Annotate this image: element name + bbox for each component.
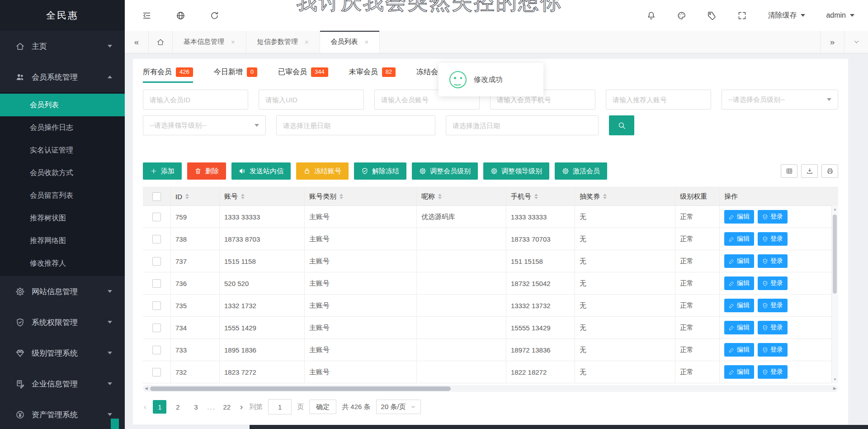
tabs-collapse-button[interactable]: « <box>125 31 149 53</box>
row-checkbox[interactable] <box>152 279 161 288</box>
refresh-icon[interactable] <box>210 11 219 20</box>
uid-input[interactable] <box>259 90 364 110</box>
globe-icon[interactable] <box>176 11 185 20</box>
add-button[interactable]: 添加 <box>143 162 182 180</box>
column-header[interactable]: 呢称 <box>417 187 506 205</box>
row-checkbox[interactable] <box>152 257 161 266</box>
login-row-button[interactable]: 登录 <box>758 365 788 379</box>
scroll-up-icon[interactable]: ▲ <box>832 206 838 212</box>
login-row-button[interactable]: 登录 <box>758 343 788 357</box>
send-message-button[interactable]: 发送站内信 <box>231 162 291 180</box>
member-tab[interactable]: 未审会员82 <box>349 67 396 83</box>
palette-icon[interactable] <box>677 11 686 20</box>
page-number[interactable]: 3 <box>189 400 203 414</box>
sidebar-subitem[interactable]: 会员留言列表 <box>0 184 125 207</box>
row-checkbox[interactable] <box>152 368 161 377</box>
edit-row-button[interactable]: 编辑 <box>724 276 754 290</box>
page-number[interactable]: 1 <box>153 400 166 414</box>
login-row-button[interactable]: 登录 <box>758 276 788 290</box>
column-header[interactable]: 账号类别 <box>305 187 417 205</box>
sidebar-subitem[interactable]: 实名认证管理 <box>0 139 125 162</box>
sidebar-toggle-icon[interactable] <box>142 11 151 20</box>
goto-page-input[interactable] <box>268 399 292 415</box>
login-row-button[interactable]: 登录 <box>758 254 788 268</box>
sidebar-item-site-info[interactable]: 网站信息管理 <box>0 276 125 307</box>
tag-icon[interactable] <box>707 11 717 20</box>
sidebar-item-member-system[interactable]: 会员系统管理 <box>0 62 125 92</box>
row-checkbox[interactable] <box>152 346 161 354</box>
sidebar-item-home[interactable]: 主页 <box>0 31 125 62</box>
row-checkbox[interactable] <box>152 213 161 221</box>
per-page-select[interactable]: 20 条/页 <box>376 400 421 414</box>
sidebar-item-enterprise[interactable]: 企业信息管理 <box>0 368 125 399</box>
clear-cache-dropdown[interactable]: 清除缓存 <box>768 11 805 20</box>
column-header[interactable]: 账号 <box>220 187 305 205</box>
member-tab[interactable]: 今日新增0 <box>214 67 257 83</box>
sidebar-item-level-system[interactable]: 级别管理系统 <box>0 338 125 368</box>
page-number[interactable]: 2 <box>171 400 184 414</box>
next-page-button[interactable]: › <box>239 402 244 412</box>
unfreeze-button[interactable]: 解除冻结 <box>354 162 406 180</box>
sort-icon[interactable] <box>603 194 607 199</box>
edit-row-button[interactable]: 编辑 <box>724 365 754 379</box>
close-icon[interactable]: × <box>231 38 235 46</box>
edit-row-button[interactable]: 编辑 <box>724 210 754 224</box>
columns-button[interactable] <box>781 164 797 178</box>
edit-row-button[interactable]: 编辑 <box>724 299 754 312</box>
vertical-scrollbar-thumb[interactable] <box>833 214 837 294</box>
leader-level-select[interactable]: --请选择领导级别-- <box>143 115 266 135</box>
sidebar-item-permissions[interactable]: 系统权限管理 <box>0 307 125 338</box>
sidebar-subitem[interactable]: 修改推荐人 <box>0 252 125 275</box>
register-date-input[interactable] <box>276 115 435 135</box>
vertical-scrollbar[interactable]: ▲ ▼ <box>831 205 838 383</box>
activate-member-button[interactable]: 激活会员 <box>555 162 607 180</box>
row-checkbox[interactable] <box>152 235 161 243</box>
activate-date-input[interactable] <box>446 115 599 135</box>
edit-row-button[interactable]: 编辑 <box>724 321 754 334</box>
user-dropdown[interactable]: admin <box>826 11 854 19</box>
close-icon[interactable]: × <box>305 38 309 46</box>
login-row-button[interactable]: 登录 <box>758 210 788 224</box>
member-tab[interactable]: 已审会员344 <box>278 67 328 83</box>
sort-icon[interactable] <box>340 194 343 199</box>
print-button[interactable] <box>821 164 838 178</box>
scroll-left-icon[interactable]: ◀ <box>145 385 148 392</box>
tabs-menu-button[interactable] <box>844 31 868 53</box>
bell-icon[interactable] <box>646 11 656 20</box>
horizontal-scrollbar-thumb[interactable] <box>150 386 451 391</box>
sidebar-subitem[interactable]: 推荐网络图 <box>0 229 125 252</box>
tab-item[interactable]: 基本信息管理× <box>173 31 246 53</box>
row-checkbox[interactable] <box>152 301 161 310</box>
edit-row-button[interactable]: 编辑 <box>724 254 754 268</box>
adjust-member-level-button[interactable]: 调整会员级别 <box>412 162 478 180</box>
confirm-button[interactable]: 确定 <box>309 400 336 414</box>
column-header[interactable]: 抽奖券 <box>575 187 675 205</box>
tab-item[interactable]: 会员列表× <box>320 31 380 53</box>
sidebar-subitem[interactable]: 会员收款方式 <box>0 162 125 184</box>
tab-item[interactable]: 短信参数管理× <box>246 31 320 53</box>
member-level-select[interactable]: --请选择会员级别-- <box>722 90 838 110</box>
page-number[interactable]: 22 <box>220 400 234 414</box>
freeze-account-button[interactable]: 冻结账号 <box>296 162 349 180</box>
login-row-button[interactable]: 登录 <box>758 321 788 334</box>
sort-icon[interactable] <box>534 194 538 199</box>
member-tab[interactable]: 所有会员426 <box>143 67 193 83</box>
tabs-forward-button[interactable]: » <box>820 31 844 53</box>
edit-row-button[interactable]: 编辑 <box>724 343 754 357</box>
delete-button[interactable]: 删除 <box>187 162 226 180</box>
login-row-button[interactable]: 登录 <box>758 299 788 312</box>
column-header[interactable]: ID <box>171 187 220 205</box>
home-tab[interactable] <box>149 31 173 53</box>
export-button[interactable] <box>801 164 818 178</box>
referrer-account-input[interactable] <box>606 90 711 110</box>
sidebar-subitem[interactable]: 会员列表 <box>0 94 125 116</box>
edit-row-button[interactable]: 编辑 <box>724 232 754 246</box>
adjust-leader-level-button[interactable]: 调整领导级别 <box>483 162 549 180</box>
sidebar-scrollbar-thumb[interactable] <box>111 419 119 429</box>
search-button[interactable] <box>609 115 634 135</box>
close-icon[interactable]: × <box>365 38 369 46</box>
row-checkbox[interactable] <box>152 324 161 332</box>
sidebar-item-assets[interactable]: 资产管理系统 <box>0 399 125 429</box>
fullscreen-icon[interactable] <box>737 11 747 20</box>
scroll-down-icon[interactable]: ▼ <box>832 377 838 382</box>
